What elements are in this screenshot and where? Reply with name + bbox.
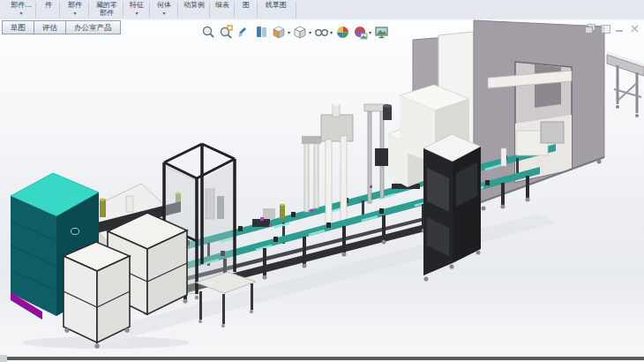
hide-show-items-icon[interactable] [314, 25, 329, 40]
tab-office-products[interactable]: 办公室产品 [65, 20, 121, 34]
edit-appearance-icon[interactable] [335, 25, 350, 40]
window-restore-icon[interactable] [585, 24, 595, 34]
tab-sketch[interactable]: 草图 [2, 20, 34, 34]
window-maximize-icon[interactable] [600, 24, 610, 34]
dropdown-arrow-icon[interactable]: ▾ [369, 29, 371, 35]
station-tall-posts-mid[interactable] [302, 136, 321, 212]
view-orientation-icon[interactable] [272, 25, 287, 40]
apply-scene-icon[interactable] [353, 25, 368, 40]
document-window-controls [585, 24, 640, 34]
zoom-to-area-icon[interactable] [219, 25, 234, 40]
dropdown-arrow-icon[interactable]: ▾ [330, 29, 333, 35]
status-corner-chip [0, 355, 7, 362]
display-style-icon[interactable] [293, 25, 308, 40]
zoom-to-fit-icon[interactable] [201, 25, 216, 40]
cad-model-3d-view[interactable] [0, 0, 644, 362]
exit-conveyor[interactable] [607, 51, 644, 117]
previous-view-icon[interactable] [236, 25, 251, 40]
commandmanager-tabs: 草图 评估 办公室产品 [2, 20, 121, 34]
solidworks-window: 部件... ▾ 件 部件 ▾ 藏的零 部件 特征 ▾ 何体 ▾ 动算例 细表 图 [0, 0, 644, 362]
window-close-icon[interactable] [630, 24, 640, 34]
status-bar [7, 357, 644, 360]
heads-up-view-toolbar: ▾ ▾ ▾ ▾ [199, 25, 390, 40]
graphics-viewport[interactable]: ▾ ▾ ▾ ▾ [0, 19, 644, 357]
window-minimize-icon[interactable] [615, 24, 625, 34]
view-settings-icon[interactable] [374, 25, 389, 40]
dropdown-arrow-icon[interactable]: ▾ [288, 29, 290, 35]
section-view-icon[interactable] [254, 25, 269, 40]
black-control-cabinet[interactable] [423, 134, 481, 282]
dropdown-arrow-icon[interactable]: ▾ [309, 29, 311, 35]
tab-evaluate[interactable]: 评估 [34, 20, 66, 34]
